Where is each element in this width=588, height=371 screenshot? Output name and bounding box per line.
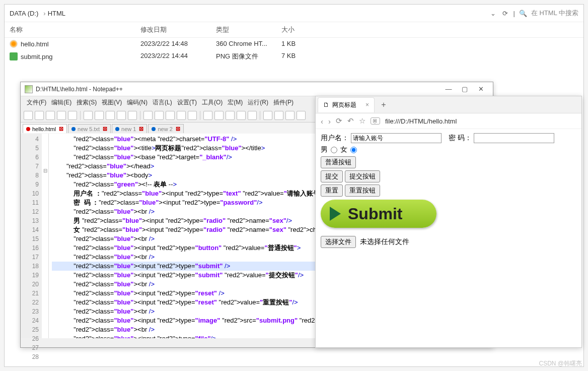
file-size: 7 KB	[281, 52, 322, 61]
toolbar-icon[interactable]	[68, 111, 77, 120]
toolbar-icon[interactable]	[46, 111, 55, 120]
tab-status-icon	[26, 127, 30, 131]
chevron-down-icon[interactable]: ⌄	[489, 10, 497, 17]
choose-file-button[interactable]: 选择文件	[321, 236, 356, 248]
browser-tab[interactable]: 🗋 网页标题 ×	[318, 97, 375, 112]
toolbar-icon[interactable]	[117, 111, 126, 120]
reload-icon[interactable]: ⟳	[336, 116, 342, 126]
toolbar-icon[interactable]	[57, 111, 66, 120]
pass-label: 密 码：	[449, 134, 472, 143]
line-number-gutter: 4567891011121314151617181920212223242526…	[21, 134, 42, 338]
toolbar-icon[interactable]	[177, 111, 186, 120]
radio-female[interactable]	[350, 147, 357, 153]
toolbar-icon[interactable]	[128, 111, 137, 120]
menu-item[interactable]: 编辑(E)	[49, 97, 74, 108]
file-type: PNG 图像文件	[216, 52, 281, 61]
toolbar-icon[interactable]	[285, 111, 295, 120]
browser-page: 用户名： 密 码： 男 女 普通按钮 提交 提交按钮 重置 重置按钮 Submi…	[316, 129, 581, 252]
tab-label: hello.html	[32, 126, 56, 132]
refresh-icon[interactable]: ⟳	[501, 10, 509, 17]
maximize-button[interactable]: ▢	[457, 84, 473, 94]
minimize-button[interactable]: —	[440, 84, 457, 94]
image-submit-button[interactable]: Submit	[321, 200, 436, 228]
menu-item[interactable]: 视图(V)	[100, 97, 124, 108]
menu-item[interactable]: 插件(P)	[271, 97, 296, 108]
close-tab-icon[interactable]: ⊠	[59, 126, 63, 132]
menu-item[interactable]: 编码(N)	[125, 97, 150, 108]
toolbar-icon[interactable]	[166, 111, 175, 120]
menu-item[interactable]: 宏(M)	[226, 97, 245, 108]
menu-item[interactable]: 语言(L)	[151, 97, 174, 108]
back-icon[interactable]: ‹	[321, 117, 323, 126]
col-type[interactable]: 类型	[216, 25, 281, 34]
file-size: 1 KB	[281, 40, 322, 48]
undo-icon[interactable]: ↶	[347, 116, 354, 126]
toolbar-icon[interactable]	[263, 111, 272, 120]
submit-button[interactable]: 提交	[321, 170, 343, 182]
file-name: submit.png	[21, 53, 53, 60]
editor-tab[interactable]: hello.html⊠	[23, 124, 67, 133]
reset-button[interactable]: 重置	[321, 184, 343, 197]
file-date: 2023/2/22 14:48	[140, 40, 216, 48]
editor-tab[interactable]: new 1⊠	[112, 124, 147, 133]
close-tab-icon[interactable]: ⊠	[139, 126, 143, 132]
toolbar-icon[interactable]	[84, 111, 93, 120]
radio-male[interactable]	[331, 147, 337, 153]
explorer-columns: 名称 修改日期 类型 大小	[5, 22, 583, 38]
menu-item[interactable]: 文件(F)	[25, 97, 48, 108]
tab-label: new 5.txt	[78, 126, 100, 132]
username-input[interactable]	[351, 133, 442, 143]
file-row[interactable]: submit.png2023/2/22 14:44PNG 图像文件7 KB	[5, 50, 583, 63]
page-icon: 🗋	[323, 101, 329, 108]
toolbar-icon[interactable]	[95, 111, 104, 120]
toolbar-icon[interactable]	[188, 111, 197, 120]
col-name[interactable]: 名称	[10, 25, 140, 34]
toolbar-icon[interactable]	[226, 111, 235, 120]
toolbar-icon[interactable]	[155, 111, 164, 120]
menu-item[interactable]: 运行(R)	[246, 97, 270, 108]
toolbar-icon[interactable]	[203, 111, 212, 120]
file-row[interactable]: hello.html2023/2/22 14:48360 Chrome HT..…	[5, 38, 583, 50]
menu-item[interactable]: 设置(T)	[175, 97, 199, 108]
password-input[interactable]	[474, 133, 554, 143]
toolbar-icon[interactable]	[248, 111, 257, 120]
reset2-button[interactable]: 重置按钮	[345, 184, 380, 197]
tab-status-icon	[115, 127, 119, 131]
editor-tab[interactable]: new 2⊠	[148, 124, 183, 133]
breadcrumb-segment[interactable]: HTML	[48, 10, 65, 17]
toolbar-icon[interactable]	[237, 111, 246, 120]
tab-label: new 1	[121, 126, 136, 132]
col-date[interactable]: 修改日期	[140, 25, 216, 34]
browser-address-bar: ‹ › ⟳ ↶ ☆ ⛨ file:///D:/HTML/hello.html	[316, 113, 581, 129]
close-tab-icon[interactable]: ⊠	[103, 126, 107, 132]
normal-button[interactable]: 普通按钮	[321, 156, 356, 168]
toolbar-icon[interactable]	[35, 111, 44, 120]
image-submit-text: Submit	[348, 205, 402, 223]
new-tab-button[interactable]: +	[378, 100, 390, 109]
fold-gutter: ⊟	[42, 134, 49, 338]
search-divider: |	[513, 10, 514, 17]
shield-icon: ⛨	[371, 117, 380, 125]
explorer-path-bar: DATA (D:) › HTML ⌄ ⟳ | 🔍 在 HTML 中搜索	[5, 5, 583, 22]
toolbar-icon[interactable]	[297, 111, 306, 120]
close-tab-icon[interactable]: ×	[365, 101, 369, 108]
editor-tab[interactable]: new 5.txt⊠	[68, 124, 111, 133]
toolbar-icon[interactable]	[106, 111, 115, 120]
close-button[interactable]: ✕	[473, 84, 489, 94]
menu-item[interactable]: 工具(O)	[200, 97, 225, 108]
browser-url[interactable]: file:///D:/HTML/hello.html	[385, 117, 576, 125]
search-icon[interactable]: 🔍	[519, 10, 527, 17]
close-tab-icon[interactable]: ⊠	[176, 126, 180, 132]
toolbar-icon[interactable]	[24, 111, 33, 120]
star-icon[interactable]: ☆	[359, 116, 365, 126]
file-icon	[10, 52, 18, 60]
search-placeholder[interactable]: 在 HTML 中搜索	[531, 9, 578, 18]
submit2-button[interactable]: 提交按钮	[345, 170, 380, 182]
toolbar-icon[interactable]	[143, 111, 153, 120]
col-size[interactable]: 大小	[281, 25, 322, 34]
toolbar-icon[interactable]	[214, 111, 224, 120]
forward-icon[interactable]: ›	[328, 117, 331, 126]
breadcrumb-segment[interactable]: DATA (D:)	[10, 10, 38, 17]
menu-item[interactable]: 搜索(S)	[75, 97, 99, 108]
toolbar-icon[interactable]	[274, 111, 283, 120]
